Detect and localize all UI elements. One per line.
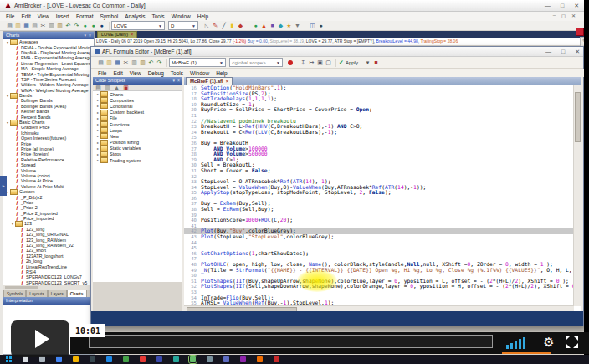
mdi-close-icon[interactable]: ✕ [571,13,576,18]
editor-maximize-icon[interactable]: □ [561,49,565,55]
code-line-24[interactable]: 24BreakoutL = C<Ref(LLV(C,BreakoutLBars)… [184,130,574,136]
snippet-folder-loops[interactable]: ▸Loops [93,127,182,133]
workspace-tab-layers[interactable]: Layers [48,290,67,297]
optimize-icon[interactable]: ◆ [277,22,284,29]
cut-icon[interactable]: ✂ [39,22,47,29]
chart-tab-love-daily[interactable]: LOVE (Daily) × [97,31,137,38]
snippet-folder-composites[interactable]: ▸Composites [93,97,182,103]
editor-minimize-icon[interactable]: — [545,49,551,55]
ed-save-icon[interactable]: ▦ [114,59,121,66]
editor-tab-mcbref[interactable]: McBreF (1).afl × [186,77,233,85]
start-icon[interactable] [6,356,12,362]
code-line-46[interactable]: 46SetChartOptions(1,chartShowDates); [184,251,574,257]
backtest-icon[interactable]: ■ [269,22,276,29]
editor-menu-file[interactable]: File [95,70,110,76]
info-icon[interactable]: ● [98,22,105,29]
menu-format[interactable]: Format [73,13,97,19]
mdi-restore-icon[interactable]: ◻ [561,13,566,18]
copy-icon[interactable]: ▥ [48,22,55,29]
stop-debug-icon[interactable]: ▢ [325,59,332,66]
open-icon[interactable]: ▥ [14,22,22,29]
app6-icon[interactable] [173,356,179,362]
tree-item-dema-double-exponential-moving-aver[interactable]: fDEMA - Double Exponential Moving Aver [3,44,94,49]
recorder-icon[interactable] [190,356,196,362]
menu-view[interactable]: View [34,13,53,19]
app8-icon[interactable] [223,356,229,362]
code-line-40[interactable]: 40PositionScore=1000+ROC(C,20); [184,218,574,223]
snippet-folder-custom-backtest[interactable]: ▸Custom backtest [93,110,182,115]
paste-icon[interactable]: ▥ [56,22,64,29]
apply-button[interactable]: ✓ Apply [336,59,361,66]
breakpoint-icon[interactable] [288,60,293,65]
app3-icon[interactable] [123,356,129,362]
snippet-folder-static-variables[interactable]: ▸Static variables [93,146,182,151]
code-line-49[interactable]: 49_N(Title = StrFormat("{{NAME}} - {{INT… [184,268,574,274]
snippet-folder-new[interactable]: ▸New [93,133,182,139]
scope-combo[interactable]: <global scope> ▼ [229,58,283,67]
editor-tab-close-icon[interactable]: × [226,78,229,85]
app2-icon[interactable] [106,356,112,362]
seek-bar[interactable] [89,335,493,348]
menu-window[interactable]: Window [168,13,194,19]
menu-symbol[interactable]: Symbol [97,13,122,19]
chart-icon[interactable]: ★ [285,22,293,29]
code-line-52[interactable]: 52PlotShapes(IIf(Sell,shapeDownArrow,sha… [184,284,574,290]
print-icon[interactable]: ▤ [31,22,38,29]
undo-icon[interactable]: ↶ [64,22,72,29]
save-icon[interactable]: ▦ [23,22,30,29]
snippets-close-icon[interactable]: × [177,77,180,85]
explore-icon[interactable]: ▲ [260,22,268,29]
code-line-28[interactable]: 28 AND Volume>500000 [184,151,574,157]
tree-item-linear-regression-least-squares-movin[interactable]: fLinear Regression - Least Squares Movin [3,61,94,66]
mdi-minimize-icon[interactable]: ‒ [553,13,556,18]
play-button[interactable] [11,320,69,357]
insert-snippet-icon[interactable]: ▾ [364,59,371,66]
tree-item-sperandeo123-short-v5[interactable]: fSPERANDEO123_SHORT_v5 [3,280,94,285]
ed-copy-icon[interactable]: ▥ [131,59,138,66]
minimize-icon[interactable]: — [545,3,551,9]
pin-icon[interactable]: ▾ [85,32,87,39]
menu-edit[interactable]: Edit [18,13,33,19]
run-icon[interactable]: ▣ [316,59,324,66]
snippet-folder-stops[interactable]: ▸Stops [93,151,182,157]
send-icon[interactable]: ■ [372,59,380,66]
app11-icon[interactable] [274,356,279,362]
annotate-icon[interactable]: ✎ [582,38,584,44]
code-vertical-scrollbar[interactable] [573,85,581,306]
formula-combo[interactable]: McBreF (1) ▼ [169,58,226,67]
app4-icon[interactable] [140,356,146,362]
step-over-icon[interactable]: ↦ [308,59,315,66]
menu-analysis[interactable]: Analysis [121,13,148,19]
tree-item-ema-exponential-moving-average[interactable]: fEMA - Exponential Moving Average [3,55,94,60]
editor-menu-view[interactable]: View [126,70,145,76]
app7-icon[interactable] [207,356,213,362]
snippet-folder-functions[interactable]: ▸Functions [93,121,182,127]
app9-icon[interactable] [240,356,246,362]
workspace-tab-layouts[interactable]: Layouts [26,290,48,297]
taskview-icon[interactable] [39,356,45,362]
ed-new-icon[interactable]: ▤ [97,59,105,66]
tree-item-wilders-wilders-moving-average[interactable]: fWilders - Wilders Moving Average [3,82,94,87]
menu-help[interactable]: Help [194,13,212,19]
editor-menu-help[interactable]: Help [213,70,230,76]
snippet-folder-trading-system[interactable]: ▸Trading system [93,157,182,163]
window-icon[interactable]: ◫ [309,22,316,29]
ed-cut-icon[interactable]: ✂ [122,59,130,66]
search-icon[interactable] [23,356,28,362]
editor-close-icon[interactable]: ✕ [575,49,580,55]
symbol-combo[interactable]: LOVE ▼ [111,21,165,30]
snippet-folder-position-sizing[interactable]: ▸Position sizing [93,140,182,146]
fullscreen-icon[interactable] [566,336,578,348]
ed-open-icon[interactable]: ▥ [105,59,113,66]
code-line-43[interactable]: 43Plot(StopLevel,"StopLevel",colorBlueGr… [184,234,574,240]
ed-paste-icon[interactable]: ▥ [139,59,146,66]
pointer-icon[interactable]: ◺ [203,22,211,29]
workspace-tab-symbols[interactable]: Symbols [3,290,26,297]
snippet-folder-file[interactable]: ▸File [93,115,182,121]
app10-icon[interactable] [257,356,263,362]
panel-close-icon[interactable]: × [89,32,91,39]
line-icon[interactable]: ╱ [220,22,228,29]
snippet-help-icon[interactable]: ▣ [122,84,130,91]
ed-redo-icon[interactable]: ↷ [156,59,163,66]
scan-icon[interactable]: ● [252,22,259,29]
